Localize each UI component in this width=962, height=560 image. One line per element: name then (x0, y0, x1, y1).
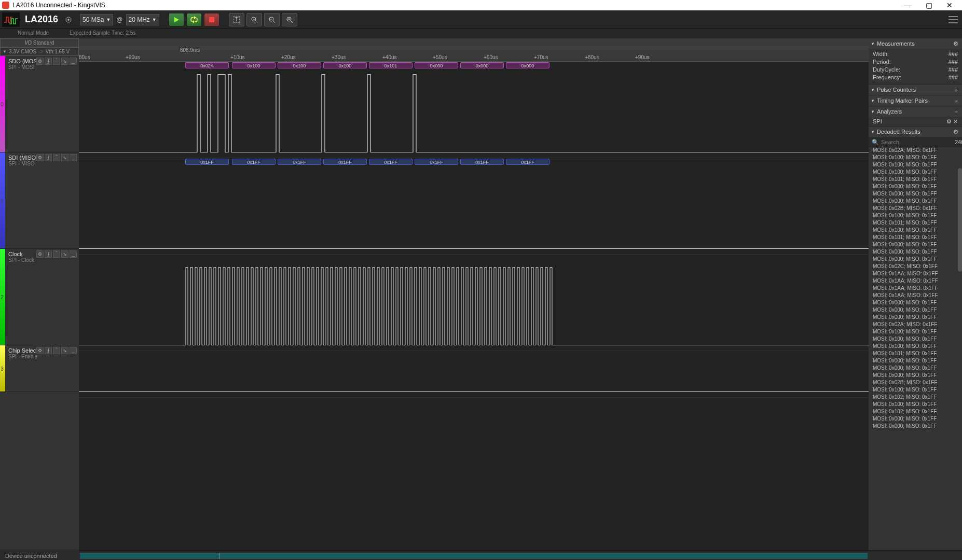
decoded-list[interactable]: MOSI: 0x02A; MISO: 0x1FFMOSI: 0x100; MIS… (869, 147, 962, 550)
minimize-button[interactable]: — (898, 1, 918, 9)
channel-trigger-high-button[interactable]: ‾ (53, 250, 60, 258)
decoded-row[interactable]: MOSI: 0x1AA; MISO: 0x1FF (869, 271, 962, 278)
decoded-row[interactable]: MOSI: 0x100; MISO: 0x1FF (869, 329, 962, 336)
channel-trigger-rise-button[interactable]: ⨍ (45, 347, 52, 354)
scrollbar[interactable] (958, 168, 962, 272)
channel-settings-button[interactable]: ⚙ (36, 347, 44, 354)
channel-settings-button[interactable]: ⚙ (36, 250, 44, 258)
decoded-row[interactable]: MOSI: 0x101; MISO: 0x1FF (869, 351, 962, 358)
decoded-row[interactable]: MOSI: 0x1AA; MISO: 0x1FF (869, 292, 962, 300)
decoded-row[interactable]: MOSI: 0x02A; MISO: 0x1FF (869, 321, 962, 329)
channel-row[interactable]: 0 SDO (MOSI) SPI - MOSI ⚙ ⨍ ‾ ↘ _ (0, 56, 79, 152)
pulse-counters-header[interactable]: ▼ Pulse Counters ＋ (869, 85, 962, 95)
channel-trigger-high-button[interactable]: ‾ (53, 154, 60, 161)
channel-settings-button[interactable]: ⚙ (36, 154, 44, 161)
decoded-row[interactable]: MOSI: 0x100; MISO: 0x1FF (869, 387, 962, 394)
decoded-row[interactable]: MOSI: 0x100; MISO: 0x1FF (869, 227, 962, 234)
add-button[interactable]: ＋ (952, 107, 960, 116)
add-button[interactable]: ＋ (952, 86, 960, 94)
io-standard-select[interactable]: ▼ 3.3V CMOS -> Vth:1.65 V (0, 47, 79, 56)
text-tool-button[interactable]: T (229, 13, 244, 26)
device-settings-button[interactable] (63, 15, 74, 25)
waveform-area[interactable]: 608.9ms 80us+90us+10us+20us+30us+40us+50… (79, 38, 869, 551)
decoded-row[interactable]: MOSI: 0x1AA; MISO: 0x1FF (869, 278, 962, 285)
capture-navigator[interactable] (80, 553, 868, 559)
decoded-row[interactable]: MOSI: 0x100; MISO: 0x1FF (869, 155, 962, 162)
channel-trigger-fall-button[interactable]: ↘ (61, 58, 68, 65)
channel-trigger-fall-button[interactable]: ↘ (61, 154, 68, 161)
decoded-row[interactable]: MOSI: 0x101; MISO: 0x1FF (869, 234, 962, 242)
decoded-row[interactable]: MOSI: 0x000; MISO: 0x1FF (869, 256, 962, 263)
decoded-row[interactable]: MOSI: 0x100; MISO: 0x1FF (869, 336, 962, 343)
decoded-row[interactable]: MOSI: 0x000; MISO: 0x1FF (869, 358, 962, 365)
decoded-row[interactable]: MOSI: 0x000; MISO: 0x1FF (869, 249, 962, 256)
decoded-row[interactable]: MOSI: 0x000; MISO: 0x1FF (869, 191, 962, 198)
timeline[interactable]: 608.9ms 80us+90us+10us+20us+30us+40us+50… (79, 47, 869, 62)
channel-trigger-low-button[interactable]: _ (70, 347, 77, 354)
add-button[interactable]: ＋ (952, 96, 960, 105)
decoded-row[interactable]: MOSI: 0x100; MISO: 0x1FF (869, 343, 962, 351)
channel-settings-button[interactable]: ⚙ (36, 58, 44, 65)
decoded-row[interactable]: MOSI: 0x000; MISO: 0x1FF (869, 423, 962, 430)
decoded-settings-button[interactable]: ⚙ (952, 128, 960, 136)
decoded-row[interactable]: MOSI: 0x101; MISO: 0x1FF (869, 220, 962, 227)
timing-pairs-header[interactable]: ▼ Timing Marker Pairs ＋ (869, 95, 962, 106)
wave-lane-mosi[interactable]: 0x02A0x1000x1000x1000x1010x0000x0000x000 (79, 62, 869, 158)
sample-rate-select[interactable]: 50 MSa ▼ (80, 14, 113, 25)
channel-trigger-fall-button[interactable]: ↘ (61, 250, 68, 258)
channel-row[interactable]: 3 Chip Select SPI - Enable ⚙ ⨍ ‾ ↘ _ (0, 345, 79, 392)
stop-button[interactable] (204, 13, 219, 26)
loop-button[interactable] (186, 13, 202, 26)
decoded-row[interactable]: MOSI: 0x102; MISO: 0x1FF (869, 394, 962, 401)
decoded-row[interactable]: MOSI: 0x000; MISO: 0x1FF (869, 416, 962, 423)
decoded-header[interactable]: ▼ Decoded Results ⚙ (869, 127, 962, 137)
decoded-row[interactable]: MOSI: 0x000; MISO: 0x1FF (869, 198, 962, 205)
decoded-row[interactable]: MOSI: 0x000; MISO: 0x1FF (869, 365, 962, 372)
channel-trigger-fall-button[interactable]: ↘ (61, 347, 68, 354)
channel-trigger-high-button[interactable]: ‾ (53, 347, 60, 354)
channel-trigger-low-button[interactable]: _ (70, 58, 77, 65)
close-button[interactable]: ✕ (939, 1, 960, 9)
zoom-out-button[interactable] (264, 13, 280, 26)
analyzers-header[interactable]: ▼ Analyzers ＋ (869, 106, 962, 117)
channel-trigger-low-button[interactable]: _ (70, 250, 77, 258)
decoded-row[interactable]: MOSI: 0x102; MISO: 0x1FF (869, 409, 962, 416)
channel-row[interactable]: 2 Clock SPI - Clock ⚙ ⨍ ‾ ↘ _ (0, 249, 79, 345)
decoded-row[interactable]: MOSI: 0x02B; MISO: 0x1FF (869, 205, 962, 213)
menu-button[interactable] (946, 13, 960, 26)
measurements-header[interactable]: ▼ Measurements ⚙ (869, 38, 962, 49)
decoded-row[interactable]: MOSI: 0x100; MISO: 0x1FF (869, 213, 962, 220)
decoded-row[interactable]: MOSI: 0x101; MISO: 0x1FF (869, 176, 962, 184)
decoded-row[interactable]: MOSI: 0x02B; MISO: 0x1FF (869, 380, 962, 387)
channel-trigger-rise-button[interactable]: ⨍ (45, 154, 52, 161)
decoded-row[interactable]: MOSI: 0x02C; MISO: 0x1FF (869, 263, 962, 271)
decoded-row[interactable]: MOSI: 0x100; MISO: 0x1FF (869, 162, 962, 169)
decoded-row[interactable]: MOSI: 0x1AA; MISO: 0x1FF (869, 285, 962, 292)
channel-trigger-rise-button[interactable]: ⨍ (45, 250, 52, 258)
wave-lane-miso[interactable]: 0x1FF0x1FF0x1FF0x1FF0x1FF0x1FF0x1FF0x1FF (79, 158, 869, 255)
channel-trigger-rise-button[interactable]: ⨍ (45, 58, 52, 65)
decoded-row[interactable]: MOSI: 0x100; MISO: 0x1FF (869, 401, 962, 409)
decoded-row[interactable]: MOSI: 0x000; MISO: 0x1FF (869, 242, 962, 249)
maximize-button[interactable]: ▢ (918, 1, 939, 9)
decoded-row[interactable]: MOSI: 0x000; MISO: 0x1FF (869, 184, 962, 191)
wave-lane-cs[interactable] (79, 351, 869, 398)
play-button[interactable] (169, 13, 184, 26)
clock-freq-select[interactable]: 20 MHz ▼ (126, 14, 159, 25)
analyzer-settings-button[interactable]: ⚙ (946, 118, 952, 124)
zoom-in-button[interactable] (282, 13, 297, 26)
decoded-search-input[interactable] (881, 139, 953, 145)
channel-trigger-high-button[interactable]: ‾ (53, 58, 60, 65)
decoded-row[interactable]: MOSI: 0x100; MISO: 0x1FF (869, 169, 962, 176)
decoded-row[interactable]: MOSI: 0x000; MISO: 0x1FF (869, 300, 962, 307)
analyzer-remove-button[interactable]: ✕ (953, 118, 958, 124)
decoded-row[interactable]: MOSI: 0x000; MISO: 0x1FF (869, 314, 962, 321)
zoom-fit-button[interactable]: ↔ (246, 13, 262, 26)
analyzer-item-spi[interactable]: SPI ⚙ ✕ (869, 117, 962, 126)
wave-lane-clock[interactable] (79, 255, 869, 351)
channel-row[interactable]: 1 SDI (MISO) SPI - MISO ⚙ ⨍ ‾ ↘ _ (0, 152, 79, 249)
channel-trigger-low-button[interactable]: _ (70, 154, 77, 161)
decoded-row[interactable]: MOSI: 0x000; MISO: 0x1FF (869, 307, 962, 314)
decoded-row[interactable]: MOSI: 0x02A; MISO: 0x1FF (869, 147, 962, 155)
decoded-row[interactable]: MOSI: 0x000; MISO: 0x1FF (869, 372, 962, 380)
